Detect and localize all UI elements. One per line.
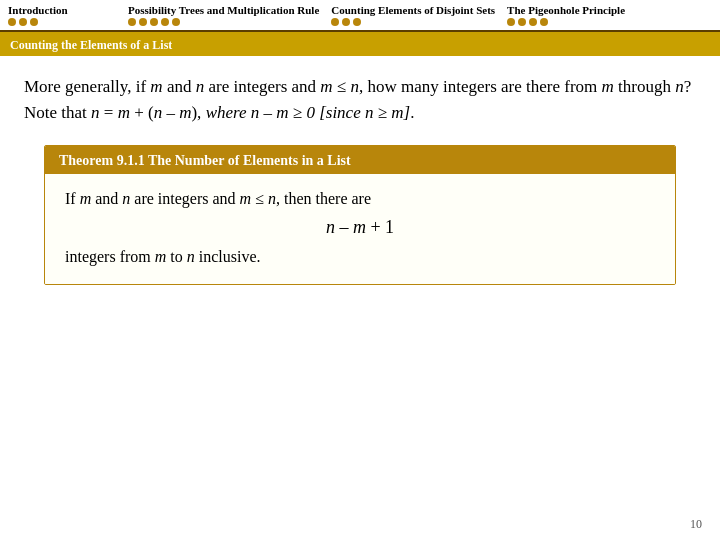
nav-pigeon-title: The Pigeonhole Principle bbox=[507, 4, 625, 16]
dot bbox=[8, 18, 16, 26]
subheading-bar: Counting the Elements of a List bbox=[0, 32, 720, 56]
nav-poss-title: Possibility Trees and Multiplication Rul… bbox=[128, 4, 319, 16]
dot bbox=[172, 18, 180, 26]
nav-section-counting[interactable]: Counting Elements of Disjoint Sets bbox=[331, 4, 507, 26]
theorem-body-line1: If m and n are integers and m ≤ n, then … bbox=[65, 186, 655, 212]
subheading-text: Counting the Elements of a List bbox=[10, 38, 172, 52]
theorem-body: If m and n are integers and m ≤ n, then … bbox=[45, 174, 675, 284]
nav-count-dots bbox=[331, 18, 361, 26]
dot bbox=[353, 18, 361, 26]
theorem-box: Theorem 9.1.1 The Number of Elements in … bbox=[44, 145, 676, 285]
theorem-header-text: Theorem 9.1.1 The Number of Elements in … bbox=[59, 153, 351, 168]
dot bbox=[128, 18, 136, 26]
nav-pigeon-dots bbox=[507, 18, 548, 26]
theorem-body-line2: integers from m to n inclusive. bbox=[65, 244, 655, 270]
theorem-header: Theorem 9.1.1 The Number of Elements in … bbox=[45, 146, 675, 174]
nav-section-pigeonhole[interactable]: The Pigeonhole Principle bbox=[507, 4, 637, 26]
dot bbox=[150, 18, 158, 26]
dot bbox=[139, 18, 147, 26]
page-number: 10 bbox=[690, 517, 702, 532]
nav-intro-dots bbox=[8, 18, 38, 26]
theorem-body-center: n – m + 1 bbox=[65, 217, 655, 238]
dot bbox=[342, 18, 350, 26]
nav-section-possibility[interactable]: Possibility Trees and Multiplication Rul… bbox=[128, 4, 331, 26]
dot bbox=[518, 18, 526, 26]
nav-poss-dots bbox=[128, 18, 180, 26]
dot bbox=[540, 18, 548, 26]
nav-intro-title: Introduction bbox=[8, 4, 68, 16]
nav-count-title: Counting Elements of Disjoint Sets bbox=[331, 4, 495, 16]
dot bbox=[161, 18, 169, 26]
dot bbox=[19, 18, 27, 26]
main-paragraph: More generally, if m and n are integers … bbox=[24, 74, 696, 127]
main-content: More generally, if m and n are integers … bbox=[0, 56, 720, 297]
dot bbox=[30, 18, 38, 26]
nav-section-intro[interactable]: Introduction bbox=[8, 4, 128, 26]
dot bbox=[507, 18, 515, 26]
dot bbox=[331, 18, 339, 26]
dot bbox=[529, 18, 537, 26]
nav-bar: Introduction Possibility Trees and Multi… bbox=[0, 0, 720, 32]
